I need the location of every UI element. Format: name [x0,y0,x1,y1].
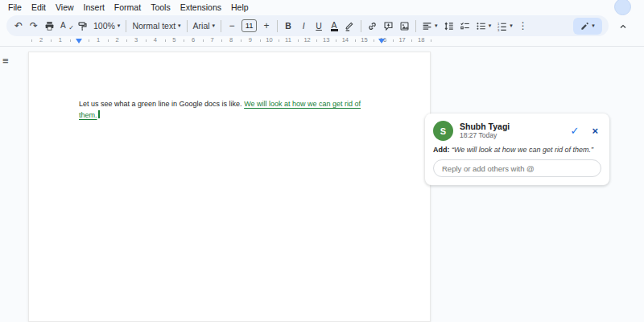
line-spacing-icon [444,21,454,31]
menu-item-format[interactable]: Format [109,1,146,14]
suggestion-quote: “We will look at how we can get rid of t… [452,146,593,154]
normal-text: Let us see what a green line in Google d… [79,100,244,108]
bold-button[interactable]: B [281,18,295,34]
right-indent-marker[interactable] [378,39,385,43]
divider [277,20,278,32]
chevron-down-icon: ▾ [592,23,595,29]
comment-avatar: S [433,121,453,141]
menu-item-insert[interactable]: Insert [79,1,109,14]
ruler-number: 15 [361,36,367,44]
profile-avatar[interactable] [614,0,631,15]
spellcheck-button[interactable]: A✓ [58,18,74,34]
ruler-tick [108,39,109,42]
undo-button[interactable]: ↶ [11,18,26,34]
ruler-tick [336,39,336,42]
checklist-icon [460,21,470,31]
ruler-tick [165,39,166,42]
hide-menus-button[interactable] [615,19,631,35]
divider [126,20,126,32]
ruler-tick [411,39,412,42]
menu-item-file[interactable]: File [3,1,27,14]
suggestion-action-label: Add: [433,146,450,154]
menu-item-help[interactable]: Help [226,1,254,14]
document-text[interactable]: Let us see what a green line in Google d… [79,98,393,121]
menu-item-tools[interactable]: Tools [146,1,175,14]
font-select[interactable]: Arial ▾ [191,18,218,34]
chevron-down-icon: ▾ [213,23,216,29]
ruler-tick [184,39,184,42]
menu-item-edit[interactable]: Edit [27,1,51,14]
bulleted-list-icon [476,21,486,31]
ruler-number: 13 [323,36,329,44]
document-outline-button[interactable]: ≡ [0,53,11,68]
insert-link-button[interactable] [365,18,380,34]
suggestion-card-header: S Shubh Tyagi 18:27 Today ✓ × [433,121,601,141]
bulleted-list-button[interactable]: ▾ [473,18,494,34]
ruler-number: 12 [303,36,310,44]
ruler-number: 10 [266,36,272,44]
comment-reply-input[interactable] [433,159,601,177]
divider [415,20,416,32]
editing-mode-button[interactable]: ▾ [573,18,602,35]
svg-text:3: 3 [497,27,500,31]
link-icon [367,21,378,31]
styles-select[interactable]: Normal text ▾ [130,18,183,34]
ruler-tick [89,39,89,42]
ruler-tick [298,39,299,42]
close-icon: × [592,125,598,137]
numbered-list-button[interactable]: 123 ▾ [494,18,515,34]
ruler-number: 7 [211,36,214,44]
font-size-input[interactable]: 11 [242,19,257,32]
comment-author: Shubh Tyagi [460,122,561,131]
text-color-icon: A [331,21,338,31]
ruler: 21123456789101112131415161718 [0,35,644,47]
zoom-select[interactable]: 100% ▾ [91,18,122,34]
align-button[interactable]: ▾ [419,18,440,34]
insert-image-button[interactable] [397,18,412,34]
line-spacing-button[interactable] [441,18,456,34]
reject-suggestion-button[interactable]: × [588,123,601,138]
ruler-tick [70,39,71,42]
ruler-number: 5 [172,36,175,44]
increase-font-size-button[interactable]: + [259,18,274,34]
font-value: Arial [193,21,210,31]
ruler-tick [241,39,242,42]
ruler-number: 9 [249,36,252,44]
text-color-button[interactable]: A [327,18,341,34]
ruler-tick [51,39,52,42]
suggested-text: We will look at how we can get rid of [244,100,361,108]
chevron-down-icon: ▾ [435,23,438,29]
ruler-number: 6 [192,36,195,44]
left-indent-marker[interactable] [76,39,82,43]
divider [361,20,361,32]
style-value: Normal text [132,21,175,31]
checklist-button[interactable] [457,18,473,34]
add-comment-button[interactable] [381,18,396,34]
redo-icon: ↷ [30,21,38,31]
menu-item-view[interactable]: View [51,1,79,14]
ruler-number: 1 [97,36,100,44]
accept-suggestion-button[interactable]: ✓ [568,123,583,138]
ruler-number: 2 [116,36,119,44]
chevron-up-icon [618,22,628,31]
align-left-icon [422,21,432,31]
decrease-font-size-button[interactable]: − [225,18,239,34]
italic-button[interactable]: I [296,18,311,34]
print-button[interactable] [42,18,57,34]
paint-format-button[interactable] [75,18,90,34]
ruler-scale: 21123456789101112131415161718 [28,35,431,46]
ruler-tick [393,39,394,42]
underline-button[interactable]: U [312,18,326,34]
ruler-number: 14 [342,36,349,44]
divider [187,20,188,32]
ruler-tick [126,39,127,42]
document-page[interactable]: Let us see what a green line in Google d… [28,52,431,322]
ruler-tick [355,39,356,42]
highlight-color-button[interactable] [342,18,357,34]
pencil-icon [580,22,589,31]
ruler-number: 2 [39,36,43,44]
redo-button[interactable]: ↷ [27,18,41,34]
menu-item-extensions[interactable]: Extensions [175,1,226,14]
ruler-tick [260,39,261,42]
more-options-button[interactable]: ⋮ [516,18,530,34]
